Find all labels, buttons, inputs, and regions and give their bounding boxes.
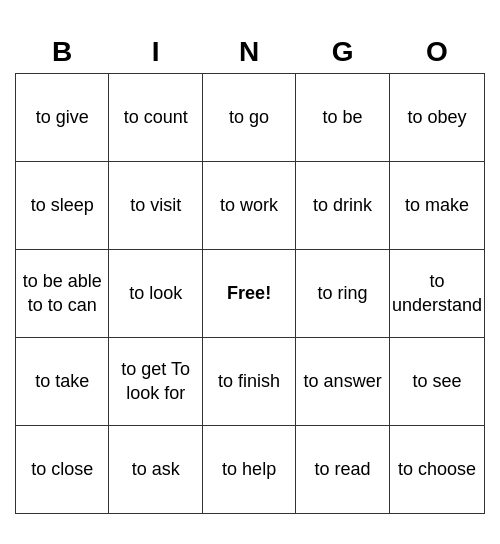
bingo-cell: to work — [202, 162, 295, 250]
bingo-cell: to sleep — [16, 162, 109, 250]
table-row: to closeto askto helpto readto choose — [16, 426, 485, 514]
table-row: to be able to to canto lookFree!to ringt… — [16, 250, 485, 338]
bingo-cell: to give — [16, 74, 109, 162]
bingo-cell: to visit — [109, 162, 202, 250]
bingo-card: B I N G O to giveto countto goto beto ob… — [5, 20, 495, 525]
bingo-cell: to close — [16, 426, 109, 514]
bingo-cell: to choose — [389, 426, 484, 514]
bingo-cell: to look — [109, 250, 202, 338]
bingo-cell: to answer — [296, 338, 390, 426]
bingo-cell: to obey — [389, 74, 484, 162]
bingo-table: B I N G O to giveto countto goto beto ob… — [15, 30, 485, 515]
bingo-cell: to finish — [202, 338, 295, 426]
table-row: to giveto countto goto beto obey — [16, 74, 485, 162]
bingo-cell: to make — [389, 162, 484, 250]
table-row: to sleepto visitto workto drinkto make — [16, 162, 485, 250]
bingo-cell: to be able to to can — [16, 250, 109, 338]
bingo-cell: to help — [202, 426, 295, 514]
bingo-cell: to count — [109, 74, 202, 162]
bingo-cell: to get To look for — [109, 338, 202, 426]
bingo-cell: to take — [16, 338, 109, 426]
bingo-cell: to drink — [296, 162, 390, 250]
bingo-cell: to understand — [389, 250, 484, 338]
bingo-cell: to go — [202, 74, 295, 162]
header-b: B — [16, 30, 109, 74]
bingo-cell: to read — [296, 426, 390, 514]
bingo-cell: to ask — [109, 426, 202, 514]
bingo-cell: to see — [389, 338, 484, 426]
bingo-cell: to ring — [296, 250, 390, 338]
table-row: to taketo get To look forto finishto ans… — [16, 338, 485, 426]
header-i: I — [109, 30, 202, 74]
header-o: O — [389, 30, 484, 74]
bingo-cell: to be — [296, 74, 390, 162]
header-g: G — [296, 30, 390, 74]
header-n: N — [202, 30, 295, 74]
bingo-cell: Free! — [202, 250, 295, 338]
